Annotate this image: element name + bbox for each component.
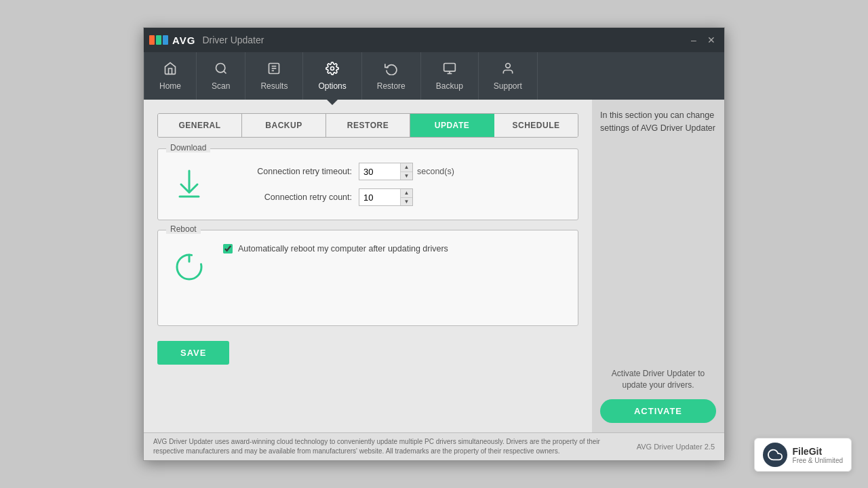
- retry-count-label: Connection retry count:: [223, 192, 352, 202]
- retry-count-input-group: ▲ ▼: [359, 188, 413, 206]
- nav-options-label: Options: [318, 81, 346, 91]
- auto-reboot-label[interactable]: Automatically reboot my computer after u…: [238, 244, 448, 253]
- footer-disclaimer: AVG Driver Updater uses award-winning cl…: [153, 437, 628, 456]
- nav-results-label: Results: [260, 81, 288, 91]
- titlebar: AVG Driver Updater – ✕: [144, 28, 724, 52]
- svg-point-6: [331, 66, 334, 70]
- sidebar: In this section you can change settings …: [592, 100, 724, 432]
- retry-timeout-unit: second(s): [417, 167, 454, 176]
- reboot-fields: Automatically reboot my computer after u…: [223, 244, 567, 253]
- nav-scan-label: Scan: [212, 81, 230, 91]
- nav-results[interactable]: Results: [245, 52, 303, 100]
- nav-restore-label: Restore: [377, 81, 406, 91]
- options-tabs: GENERAL BACKUP RESTORE UPDATE SCHEDULE: [157, 113, 578, 138]
- svg-point-10: [505, 63, 510, 68]
- nav-backup-label: Backup: [436, 81, 463, 91]
- filegit-name: FileGit: [793, 446, 843, 457]
- retry-count-down[interactable]: ▼: [401, 198, 412, 206]
- titlebar-left: AVG Driver Updater: [149, 33, 264, 47]
- content-area: GENERAL BACKUP RESTORE UPDATE SCHEDULE D…: [144, 100, 592, 432]
- auto-reboot-row: Automatically reboot my computer after u…: [223, 244, 567, 253]
- reboot-section-content: Automatically reboot my computer after u…: [158, 230, 578, 325]
- footer: AVG Driver Updater uses award-winning cl…: [144, 432, 724, 460]
- retry-timeout-spinner[interactable]: ▲ ▼: [359, 163, 413, 180]
- footer-version: AVG Driver Updater 2.5: [637, 443, 715, 451]
- svg-point-0: [216, 63, 224, 72]
- reboot-section-title: Reboot: [166, 224, 201, 234]
- tab-backup[interactable]: BACKUP: [242, 114, 326, 137]
- filegit-sub: Free & Unlimited: [793, 457, 843, 464]
- results-icon: [267, 62, 281, 79]
- filegit-badge: FileGit Free & Unlimited: [754, 438, 852, 472]
- retry-timeout-input-group: ▲ ▼ second(s): [359, 163, 454, 180]
- tab-general[interactable]: GENERAL: [158, 114, 242, 137]
- options-icon: [326, 62, 339, 79]
- retry-timeout-up[interactable]: ▲: [401, 163, 412, 172]
- nav-backup[interactable]: Backup: [421, 52, 479, 100]
- auto-reboot-checkbox[interactable]: [223, 244, 233, 253]
- retry-count-spinner[interactable]: ▲ ▼: [359, 188, 413, 206]
- nav-support-label: Support: [494, 81, 522, 91]
- activate-button[interactable]: ACTIVATE: [600, 399, 716, 423]
- backup-icon: [443, 62, 456, 79]
- sidebar-info-text: In this section you can change settings …: [600, 109, 716, 135]
- save-btn-area: SAVE: [157, 341, 578, 365]
- avg-logo: AVG: [149, 33, 195, 47]
- tab-restore[interactable]: RESTORE: [326, 114, 410, 137]
- reboot-icon: [169, 244, 210, 285]
- tab-update[interactable]: UPDATE: [410, 114, 494, 137]
- retry-timeout-row: Connection retry timeout: ▲ ▼ second(s: [223, 163, 567, 180]
- filegit-text: FileGit Free & Unlimited: [793, 446, 843, 464]
- main-window: AVG Driver Updater – ✕ Home: [143, 27, 725, 461]
- app-subtitle: Driver Updater: [202, 35, 264, 45]
- sidebar-bottom: Activate Driver Updater to update your d…: [600, 368, 716, 423]
- avg-logo-icon: [149, 33, 168, 47]
- svg-rect-7: [443, 63, 455, 71]
- home-icon: [163, 62, 177, 79]
- retry-timeout-down[interactable]: ▼: [401, 172, 412, 180]
- retry-count-spinner-btns: ▲ ▼: [400, 189, 412, 205]
- tab-schedule[interactable]: SCHEDULE: [494, 114, 578, 137]
- retry-timeout-label: Connection retry timeout:: [223, 167, 352, 176]
- nav-scan[interactable]: Scan: [197, 52, 245, 100]
- filegit-icon: [763, 443, 787, 467]
- main-content: GENERAL BACKUP RESTORE UPDATE SCHEDULE D…: [144, 100, 724, 432]
- logo-square-3: [163, 35, 168, 45]
- save-button[interactable]: SAVE: [157, 341, 229, 365]
- restore-icon: [384, 62, 398, 79]
- retry-count-row: Connection retry count: ▲ ▼: [223, 188, 567, 206]
- download-section: Download Connection retry timeout:: [157, 148, 578, 220]
- download-section-title: Download: [166, 143, 210, 152]
- download-icon: [169, 163, 210, 201]
- logo-square-2: [156, 35, 161, 45]
- avg-brand-text: AVG: [172, 35, 195, 46]
- reboot-section: Reboot Automatically reboot my computer …: [157, 230, 578, 326]
- nav-home-label: Home: [159, 81, 181, 91]
- titlebar-controls: – ✕: [686, 33, 719, 47]
- scan-icon: [214, 62, 228, 79]
- nav-restore[interactable]: Restore: [362, 52, 421, 100]
- retry-timeout-spinner-btns: ▲ ▼: [400, 163, 412, 180]
- minimize-button[interactable]: –: [686, 33, 701, 47]
- logo-square-1: [149, 35, 155, 45]
- sidebar-activate-text: Activate Driver Updater to update your d…: [600, 368, 716, 391]
- nav-support[interactable]: Support: [479, 52, 538, 100]
- download-fields: Connection retry timeout: ▲ ▼ second(s: [223, 163, 567, 206]
- svg-line-1: [224, 70, 226, 73]
- nav-options[interactable]: Options: [303, 52, 361, 100]
- download-section-content: Connection retry timeout: ▲ ▼ second(s: [158, 149, 578, 220]
- close-button[interactable]: ✕: [704, 33, 719, 47]
- navbar: Home Scan Results: [144, 52, 724, 100]
- retry-count-up[interactable]: ▲: [401, 189, 412, 198]
- nav-home[interactable]: Home: [144, 52, 197, 100]
- support-icon: [501, 62, 515, 79]
